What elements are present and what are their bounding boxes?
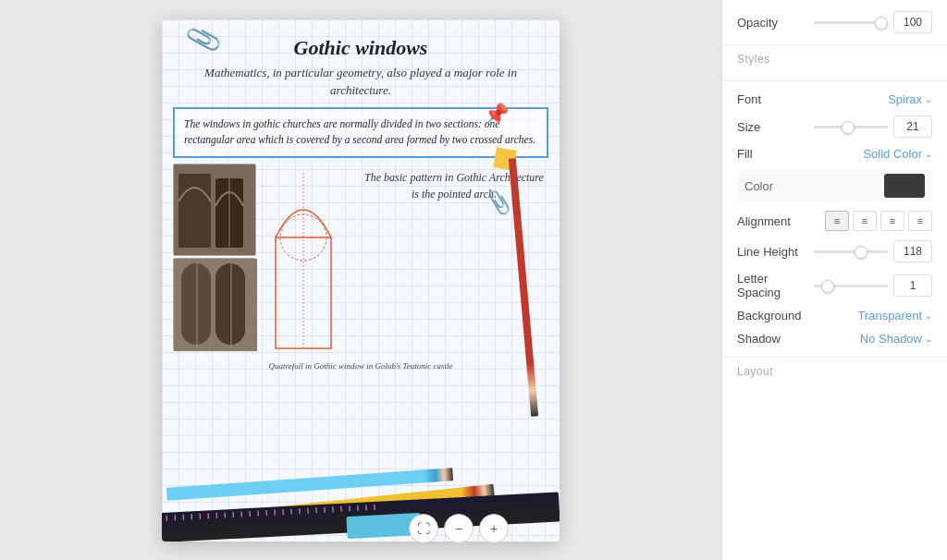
font-label: Font [737,92,811,106]
slide-title: Gothic windows [162,19,560,60]
opacity-value-group: 100 [814,11,932,33]
fill-chevron-icon: ⌄ [925,149,932,159]
color-row: Color [737,170,932,201]
svg-rect-6 [215,263,245,345]
font-chevron-icon: ⌄ [925,94,932,104]
svg-rect-1 [178,174,211,248]
align-center-button[interactable]: ≡ [853,211,877,231]
expand-button[interactable]: ⛶ [409,514,438,543]
font-value: Spirax [888,92,922,106]
right-panel: Opacity 100 Styles Font Spirax ⌄ Size [721,0,947,560]
letter-spacing-input[interactable]: 1 [893,274,932,297]
font-row: Font Spirax ⌄ [737,92,932,106]
align-justify-button[interactable]: ≡ [908,211,932,231]
layout-label: Layout [737,365,932,378]
fill-selector[interactable]: Solid Color ⌄ [863,147,932,161]
align-right-button[interactable]: ≡ [880,211,904,231]
arch-photo-1 [173,164,256,256]
opacity-slider-thumb[interactable] [875,17,888,30]
alignment-group: ≡ ≡ ≡ ≡ [825,211,932,231]
arch-drawing [262,164,354,358]
fill-row: Fill Solid Color ⌄ [737,147,932,161]
size-row: Size 21 [737,116,932,138]
line-height-row: Line Height 118 [737,240,932,262]
canvas-area: 📎 Gothic windows Mathematics, in particu… [0,0,721,560]
shadow-value: No Shadow [860,332,922,346]
line-height-value-group: 118 [814,240,932,262]
opacity-section: Opacity 100 [722,0,947,45]
size-input[interactable]: 21 [893,116,932,138]
color-swatch[interactable] [884,174,925,198]
align-left-button[interactable]: ≡ [825,211,849,231]
pushpin-icon: 📌 [484,103,509,127]
background-label: Background [737,309,811,323]
slide-subtitle: Mathematics, in particular geometry, als… [190,64,532,100]
layout-section: Layout [722,358,947,393]
background-value: Transparent [857,309,922,323]
arch-photo-2 [173,258,256,350]
fill-value: Solid Color [863,147,922,161]
slide: 📎 Gothic windows Mathematics, in particu… [162,19,560,542]
letter-spacing-slider-track[interactable] [814,285,888,287]
styles-label: Styles [737,53,932,66]
color-label: Color [744,179,773,193]
opacity-slider-track[interactable] [814,21,888,24]
size-label: Size [737,120,811,134]
alignment-row: Alignment ≡ ≡ ≡ ≡ [737,211,932,231]
background-chevron-icon: ⌄ [925,310,932,321]
slide-inner: 📎 Gothic windows Mathematics, in particu… [162,19,560,542]
svg-rect-5 [181,263,211,345]
line-height-slider-track[interactable] [814,250,888,253]
opacity-label: Opacity [737,16,811,30]
shadow-selector[interactable]: No Shadow ⌄ [860,332,932,346]
line-height-input[interactable]: 118 [893,240,932,262]
typography-section: Font Spirax ⌄ Size 21 Fill Solid Color ⌄ [722,81,947,358]
letter-spacing-slider-thumb[interactable] [821,280,834,293]
letter-spacing-label: Letter Spacing [737,272,814,299]
size-slider-fill [814,126,843,128]
opacity-input[interactable]: 100 [893,11,932,33]
line-height-label: Line Height [737,245,811,259]
opacity-row: Opacity 100 [737,11,932,33]
size-value-group: 21 [814,116,932,138]
size-slider-track[interactable] [814,126,888,128]
zoom-out-button[interactable]: − [444,514,474,543]
letter-spacing-value-group: 1 [814,274,932,297]
line-height-slider-thumb[interactable] [855,246,867,259]
alignment-label: Alignment [737,214,811,228]
shadow-label: Shadow [737,332,811,346]
size-slider-thumb[interactable] [842,121,855,134]
zoom-in-button[interactable]: + [479,514,509,543]
shadow-row: Shadow No Shadow ⌄ [737,332,932,346]
styles-section: Styles [722,45,947,81]
shadow-chevron-icon: ⌄ [925,334,932,344]
caption-text: Quatrefoil in Gothic window in Golub's T… [173,361,548,371]
fill-label: Fill [737,147,811,161]
letter-spacing-row: Letter Spacing 1 [737,272,932,299]
paperclip-right-icon: 📎 [485,188,513,215]
background-row: Background Transparent ⌄ [737,309,932,323]
font-selector[interactable]: Spirax ⌄ [888,92,932,106]
background-selector[interactable]: Transparent ⌄ [857,309,932,323]
zoom-toolbar: ⛶ − + [409,514,509,543]
